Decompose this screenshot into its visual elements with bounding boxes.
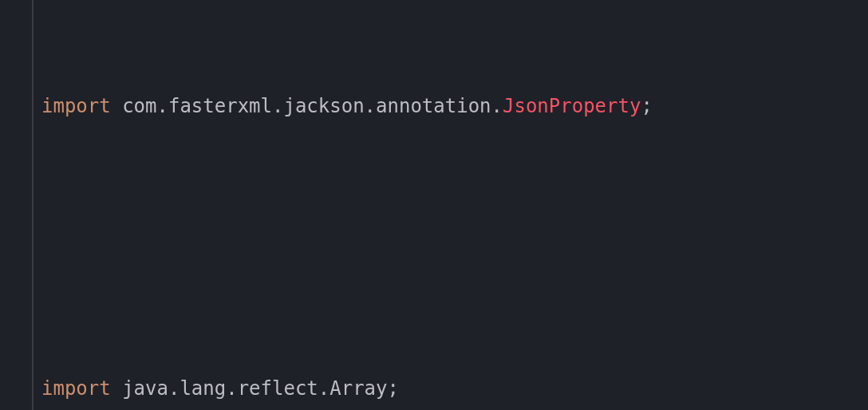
keyword: import bbox=[41, 89, 111, 124]
keyword: import bbox=[41, 371, 111, 406]
code-editor[interactable]: import com.fasterxml.jackson.annotation.… bbox=[0, 0, 868, 410]
text: com.fasterxml.jackson.annotation. bbox=[111, 89, 503, 124]
blank-line[interactable] bbox=[41, 230, 868, 265]
code-area[interactable]: import com.fasterxml.jackson.annotation.… bbox=[34, 0, 868, 410]
code-line[interactable]: import java.lang.reflect.Array; bbox=[41, 372, 868, 407]
editor-gutter bbox=[0, 0, 34, 410]
text: ; bbox=[641, 89, 652, 124]
text: java.lang.reflect.Array; bbox=[111, 371, 399, 406]
code-line[interactable]: import com.fasterxml.jackson.annotation.… bbox=[41, 89, 868, 124]
class-name-error: JsonProperty bbox=[503, 89, 641, 124]
